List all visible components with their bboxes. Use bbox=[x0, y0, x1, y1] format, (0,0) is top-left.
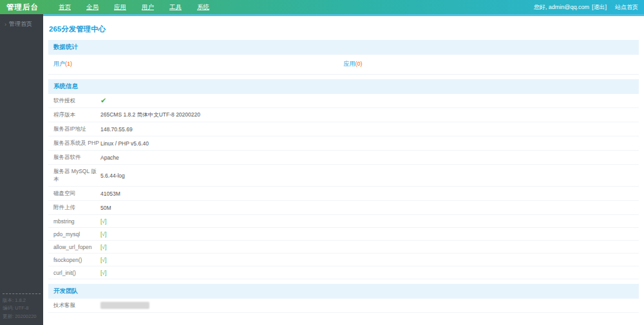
info-row-value bbox=[100, 302, 149, 309]
info-row-label: pdo_mysql bbox=[53, 231, 100, 237]
info-row: 磁盘空间 41053M bbox=[48, 187, 639, 201]
info-row: 服务器系统及 PHP Linux / PHP v5.6.40 bbox=[48, 136, 639, 151]
chevron-right-icon: › bbox=[5, 21, 6, 28]
info-row-label: fsockopen() bbox=[53, 257, 100, 263]
info-row-label: 程序版本 bbox=[53, 111, 100, 119]
admin-page: 管理后台 首页全局应用用户工具系统 您好, admin@qq.com [退出] … bbox=[0, 0, 644, 325]
section-header-sysinfo: 系统信息 bbox=[48, 79, 639, 94]
info-row-value: 41053M bbox=[100, 190, 120, 197]
app-brand: 管理后台 bbox=[0, 3, 45, 12]
info-row-label: 服务器系统及 PHP bbox=[53, 140, 100, 147]
info-row-label: 技术客服 bbox=[53, 302, 100, 310]
info-row: curl_init() [√] bbox=[48, 266, 639, 279]
top-header: 管理后台 首页全局应用用户工具系统 您好, admin@qq.com [退出] … bbox=[0, 0, 644, 14]
info-row: allow_url_fopen [√] bbox=[48, 241, 639, 254]
info-row-value: 50M bbox=[100, 205, 111, 211]
site-home-link[interactable]: 站点首页 bbox=[615, 3, 638, 12]
info-row: 程序版本 265CMS 1.8.2 简体中文UTF-8 20200220 bbox=[48, 108, 639, 122]
info-row-label: 附件上传 bbox=[53, 204, 100, 212]
stats-row: 用户(1) 应用(0) bbox=[48, 55, 639, 75]
stat-count: (0) bbox=[355, 60, 363, 67]
stat-item: 用户(1) bbox=[53, 60, 344, 68]
main-content: 265分发管理中心 数据统计 用户(1) 应用(0) 系统信息 软件授权 ✔ 程… bbox=[43, 14, 644, 325]
info-row: pdo_mysql [√] bbox=[48, 228, 639, 241]
info-row: 技术客服 bbox=[48, 299, 639, 313]
info-row-value: 148.70.55.69 bbox=[100, 126, 133, 133]
info-row-label: 服务器 MySQL 版本 bbox=[53, 168, 100, 183]
top-nav: 首页全局应用用户工具系统 bbox=[59, 3, 209, 12]
logout-link[interactable]: [退出] bbox=[592, 3, 607, 12]
team-table: 技术客服 bbox=[48, 299, 639, 313]
info-row-value: [√] bbox=[100, 257, 106, 263]
sidebar-item-label: 管理首页 bbox=[9, 20, 32, 28]
sysinfo-table: 软件授权 ✔ 程序版本 265CMS 1.8.2 简体中文UTF-8 20200… bbox=[48, 94, 639, 279]
info-row-label: 磁盘空间 bbox=[53, 190, 100, 198]
info-row: mbstring [√] bbox=[48, 215, 639, 228]
info-row-label: curl_init() bbox=[53, 270, 100, 276]
info-row-label: mbstring bbox=[53, 218, 100, 225]
info-row: 附件上传 50M bbox=[48, 201, 639, 215]
info-row: 服务器IP地址 148.70.55.69 bbox=[48, 122, 639, 136]
info-row-label: 服务器IP地址 bbox=[53, 125, 100, 133]
section-header-stats: 数据统计 bbox=[48, 40, 639, 55]
info-row-label: 服务器软件 bbox=[53, 154, 100, 162]
info-row-value: Apache bbox=[100, 154, 119, 161]
top-nav-item[interactable]: 工具 bbox=[169, 3, 182, 12]
info-row-label: 软件授权 bbox=[53, 97, 100, 105]
info-row: fsockopen() [√] bbox=[48, 254, 639, 266]
info-row-value: [√] bbox=[100, 244, 106, 250]
info-row-value: [√] bbox=[100, 218, 106, 225]
sidebar-footer-line: 更新: 20200220 bbox=[3, 313, 41, 320]
sidebar-footer-line: 版本: 1.8.2 bbox=[3, 297, 41, 304]
info-row-value: Linux / PHP v5.6.40 bbox=[100, 140, 149, 147]
top-nav-item[interactable]: 系统 bbox=[197, 3, 209, 12]
sidebar-footer-line: 编码: UTF-8 bbox=[3, 304, 41, 312]
info-row-value: 265CMS 1.8.2 简体中文UTF-8 20200220 bbox=[100, 111, 200, 119]
user-greeting: 您好, admin@qq.com bbox=[534, 3, 589, 12]
stat-count: (1) bbox=[65, 60, 72, 67]
stat-item: 应用(0) bbox=[344, 60, 634, 68]
info-row: 软件授权 ✔ bbox=[48, 94, 639, 108]
section-header-team: 开发团队 bbox=[48, 284, 639, 299]
info-row: 服务器软件 Apache bbox=[48, 151, 639, 165]
stat-link[interactable]: 应用 bbox=[344, 60, 355, 67]
info-row: 服务器 MySQL 版本 5.6.44-log bbox=[48, 165, 639, 187]
info-row-value: ✔ bbox=[100, 98, 106, 104]
top-nav-item[interactable]: 全局 bbox=[86, 3, 99, 12]
page-title: 265分发管理中心 bbox=[48, 16, 639, 40]
info-row-value: 5.6.44-log bbox=[100, 172, 125, 179]
sidebar: › 管理首页 版本: 1.8.2编码: UTF-8更新: 20200220 bbox=[0, 14, 43, 325]
sidebar-version-info: 版本: 1.8.2编码: UTF-8更新: 20200220 bbox=[3, 293, 41, 320]
sidebar-item-admin-home[interactable]: › 管理首页 bbox=[0, 14, 43, 34]
info-row-label: allow_url_fopen bbox=[53, 244, 100, 250]
info-row-value: [√] bbox=[100, 231, 106, 237]
header-account-area: 您好, admin@qq.com [退出] 站点首页 bbox=[534, 3, 644, 12]
info-row-value: [√] bbox=[100, 270, 106, 276]
top-nav-item[interactable]: 应用 bbox=[114, 3, 126, 12]
top-nav-item[interactable]: 首页 bbox=[59, 3, 71, 12]
stat-link[interactable]: 用户 bbox=[53, 60, 65, 67]
top-nav-item[interactable]: 用户 bbox=[142, 3, 154, 12]
